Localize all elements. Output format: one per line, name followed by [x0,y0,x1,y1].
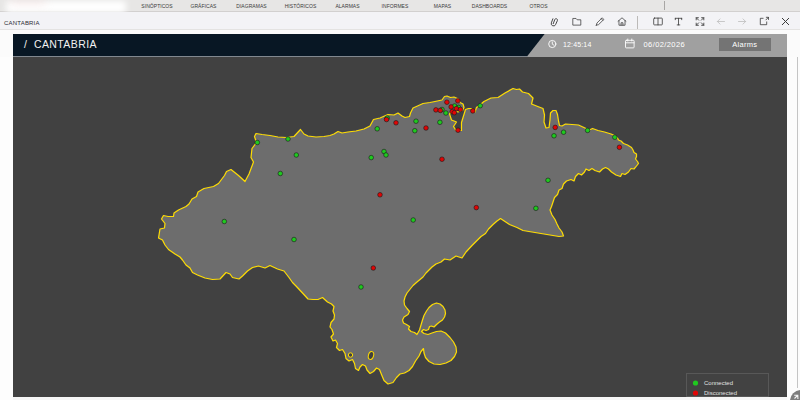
svg-text:Connected: Connected [704,380,733,386]
svg-text:Disconected: Disconected [704,390,737,396]
